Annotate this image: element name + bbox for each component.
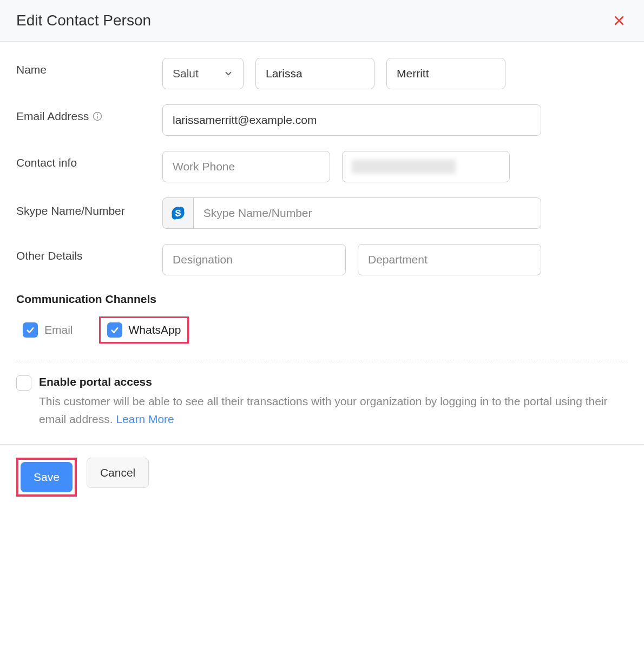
other-details-label: Other Details: [16, 244, 162, 262]
email-label-text: Email Address: [16, 110, 89, 123]
close-icon: [613, 14, 626, 27]
modal-title: Edit Contact Person: [16, 12, 151, 29]
channels-group: Email WhatsApp: [16, 316, 628, 344]
email-row: Email Address: [16, 104, 628, 136]
other-details-row: Other Details: [16, 244, 628, 275]
salutation-select[interactable]: Salut: [162, 58, 244, 89]
department-input[interactable]: [358, 244, 541, 275]
skype-row: Skype Name/Number: [16, 197, 628, 229]
contact-info-label: Contact info: [16, 151, 162, 169]
name-row: Name Salut: [16, 58, 628, 89]
channel-whatsapp[interactable]: WhatsApp: [99, 316, 189, 344]
learn-more-link[interactable]: Learn More: [116, 413, 174, 425]
email-checkbox[interactable]: [23, 322, 38, 338]
portal-title: Enable portal access: [39, 375, 628, 388]
salutation-placeholder: Salut: [173, 67, 199, 80]
skype-icon: [170, 206, 186, 221]
email-label: Email Address: [16, 104, 162, 123]
name-label: Name: [16, 58, 162, 76]
last-name-input[interactable]: [386, 58, 505, 89]
whatsapp-checkbox[interactable]: [107, 322, 122, 338]
first-name-input[interactable]: [255, 58, 374, 89]
modal-footer: Save Cancel: [0, 444, 644, 510]
svg-point-4: [97, 114, 98, 115]
skype-addon: [162, 197, 193, 229]
whatsapp-channel-label: WhatsApp: [129, 324, 181, 336]
check-icon: [25, 325, 35, 335]
cancel-button[interactable]: Cancel: [87, 458, 149, 488]
portal-section: Enable portal access This customer will …: [16, 375, 628, 428]
chevron-down-icon: [224, 69, 233, 78]
close-button[interactable]: [610, 12, 628, 29]
info-icon: [92, 111, 103, 122]
redacted-value: [352, 160, 456, 174]
skype-label: Skype Name/Number: [16, 197, 162, 219]
email-channel-label: Email: [44, 324, 73, 336]
portal-description: This customer will be able to see all th…: [39, 393, 628, 428]
modal-body: Name Salut Email Address Contact info: [0, 42, 644, 444]
divider: [16, 360, 628, 360]
edit-contact-modal: Edit Contact Person Name Salut Email Add…: [0, 0, 644, 510]
save-button[interactable]: Save: [21, 462, 73, 492]
email-input[interactable]: [162, 104, 541, 136]
channels-heading: Communication Channels: [16, 293, 628, 306]
channel-email[interactable]: Email: [16, 318, 80, 342]
save-highlight: Save: [16, 458, 77, 497]
skype-input[interactable]: [193, 197, 541, 229]
contact-info-row: Contact info: [16, 151, 628, 182]
check-icon: [110, 325, 120, 335]
designation-input[interactable]: [162, 244, 346, 275]
portal-checkbox[interactable]: [16, 375, 31, 391]
modal-header: Edit Contact Person: [0, 0, 644, 42]
work-phone-input[interactable]: [162, 151, 330, 182]
